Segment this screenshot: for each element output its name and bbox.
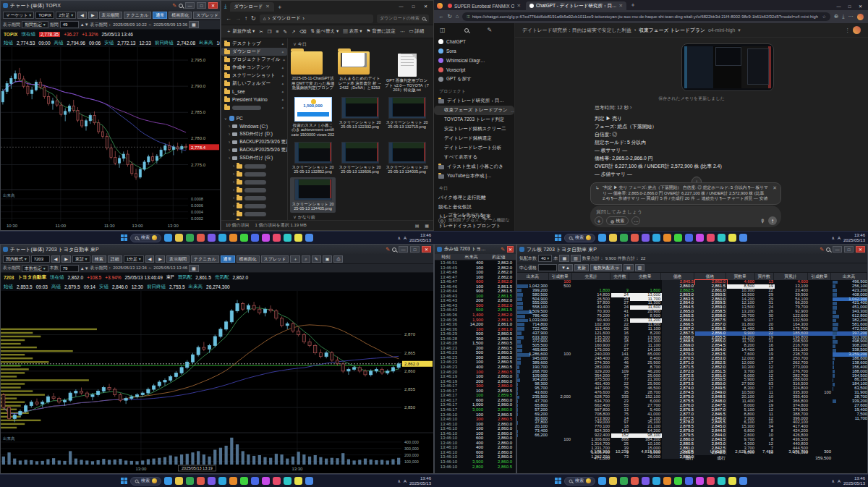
topix-chart[interactable]: 2,795.02,790.02,785.02,780.02,775.010:30… [1, 47, 220, 230]
sidebar-item[interactable]: すべて表示する [434, 153, 514, 162]
ime-indicator[interactable]: A [404, 236, 407, 240]
toolbar-item[interactable]: 通常 [153, 12, 167, 19]
taskbar-app-icon[interactable] [696, 477, 704, 485]
sidebar-item[interactable]: › [221, 186, 287, 194]
taskbar-app-icon[interactable] [186, 234, 194, 242]
toolbar-item[interactable]: ＋ [290, 255, 300, 263]
sidebar-item[interactable]: デイトレード研究所：目… [434, 96, 514, 106]
toolbar-item[interactable]: ▶ [88, 12, 98, 19]
toolbar-item[interactable]: ✎ [312, 255, 321, 263]
taskbar-app-icon[interactable] [251, 234, 259, 242]
toolbar-item[interactable]: ▥ [635, 264, 645, 271]
taskbar-app-icon[interactable] [175, 234, 183, 242]
toolbar-item[interactable]: ▶ [156, 255, 165, 263]
command-item[interactable]: ✎ [283, 29, 286, 35]
sidebar-item[interactable]: › [221, 202, 287, 210]
pen-icon[interactable]: ✎ [820, 247, 824, 253]
taskbar-app-icon[interactable] [696, 234, 704, 242]
sidebar-item[interactable]: 安定トレード銘柄スクリー二 [434, 124, 514, 134]
command-item[interactable]: ⇅ 並べ替え ▾ [311, 28, 339, 35]
more-icon[interactable]: ⋮ [845, 27, 850, 33]
close-icon[interactable]: ✕ [773, 185, 777, 191]
toolbar-item[interactable]: 2分足 [56, 12, 76, 19]
taskbar-app-icon[interactable] [728, 477, 736, 485]
sidebar-item[interactable]: Sora [434, 46, 514, 56]
taskbar-app-icon[interactable] [631, 234, 639, 242]
tab-chatgpt[interactable]: ChatGPT - デイトレード研究所：目…✕ [526, 1, 626, 10]
taskbar-app-icon[interactable] [218, 477, 226, 485]
taskbar-app-icon[interactable] [718, 234, 726, 242]
toolbar-item[interactable]: ▣ [323, 255, 333, 263]
taskbar-search[interactable]: 検索 [564, 477, 595, 486]
sidebar-item[interactable]: Voxscript [434, 65, 514, 75]
maximize-button[interactable]: □ [409, 4, 418, 10]
start-button[interactable] [121, 234, 127, 241]
command-item[interactable]: ▤ 表示 ▾ [343, 28, 362, 35]
search-input[interactable]: ダウンロードの検索 [377, 14, 429, 23]
toolbar-item[interactable]: スプレッド [193, 12, 221, 19]
list-view-icon[interactable]: ▤ [415, 223, 420, 228]
taskbar-clock[interactable]: 13:462025/05/13 [409, 476, 431, 486]
sidebar-item[interactable]: ダウンロード✦ [221, 48, 287, 56]
toolbar-item[interactable]: 期間指定 [22, 21, 48, 28]
maximize-button[interactable]: □ [410, 246, 420, 253]
taskbar-app-icon[interactable] [652, 234, 660, 242]
search-icon[interactable] [464, 28, 469, 33]
chat-input[interactable]: 質問してみましょう ＋ ◍ 検索 ⋯ 🎙︎ ↑ [590, 206, 781, 227]
board-titlebar[interactable]: フル板 7203 トヨタ自動車 東P ✎ — □ ✕ [517, 245, 867, 254]
toolbar-item[interactable]: テクニカル [191, 255, 219, 263]
toolbar-item[interactable]: ⌕ [302, 255, 310, 263]
sidebar-item[interactable]: › [221, 194, 287, 202]
command-item[interactable]: ⌫ [299, 29, 306, 35]
tray-expand-icon[interactable]: ∧ [832, 478, 835, 483]
taskbar-app-icon[interactable] [197, 234, 205, 242]
command-item[interactable]: ✂ [259, 29, 263, 35]
file-item[interactable]: GPT 画像判定用プロンプト v2.0— TOYOTA（7203）特化版.txt [384, 50, 430, 94]
taskbar-app-icon[interactable] [663, 234, 671, 242]
taskbar-app-icon[interactable] [718, 477, 726, 485]
thinking-time[interactable]: 思考時間: 12 秒 › [595, 104, 722, 111]
sidebar-item[interactable]: President Yukino✦ [221, 96, 287, 103]
toolbar-item[interactable]: 詳細 [108, 255, 122, 263]
minimize-button[interactable]: — [185, 2, 195, 9]
command-item[interactable]: ⚑ 背景に設定 [367, 28, 396, 35]
search-icon[interactable] [392, 247, 396, 252]
taskbar-search[interactable]: 検索 [130, 234, 161, 242]
back-icon[interactable]: ← [226, 15, 231, 22]
sidebar-item[interactable]: GPT を探す [434, 75, 514, 84]
toolbar-item[interactable]: 複数気配表示 [590, 264, 622, 271]
search-icon[interactable] [826, 247, 830, 252]
group-header[interactable]: ∨ かなり前 [293, 214, 432, 221]
taskbar-app-icon[interactable] [642, 477, 650, 485]
tab-close-icon[interactable]: ✕ [265, 4, 269, 9]
toolbar-item[interactable]: テクニカル [124, 12, 152, 19]
taskbar-app-icon[interactable] [609, 234, 617, 242]
forward-icon[interactable]: → [235, 15, 241, 22]
toyota-titlebar[interactable]: チャート(単体) 7203 トヨタ自動車 東P ✎ — □ ✕ [1, 245, 433, 254]
refresh-icon[interactable]: ↻ [251, 15, 256, 22]
file-item[interactable]: 2025-05-11-ChatGPT活用 DMTで変 わった株価急騰銘柄判定(プ… [290, 50, 336, 94]
sidebar-item[interactable]: バイク修理と走行距離 [434, 193, 514, 203]
file-item[interactable]: スクリーンショット 2025-05-13 122332.png [337, 96, 383, 139]
sidebar-item[interactable]: ChatGPT [434, 37, 514, 46]
search-icon[interactable] [179, 4, 183, 8]
taskbar-app-icon[interactable] [620, 234, 628, 242]
taskbar-app-icon[interactable] [707, 234, 715, 242]
sidebar-item[interactable]: Whimsical Diagr… [434, 56, 514, 65]
sidebar-item[interactable]: 脱毛と老化仮説 [434, 203, 514, 212]
sidebar-item[interactable]: › [221, 178, 287, 186]
start-button[interactable] [121, 478, 127, 484]
taskbar-search[interactable]: 検索 [564, 234, 595, 242]
upgrade-plan[interactable]: ◎ プランを表示する無制限アクセス、チーム機能など [438, 213, 511, 228]
maximize-button[interactable]: □ [845, 4, 854, 10]
start-button[interactable] [555, 478, 561, 484]
topix-titlebar[interactable]: チャート(単体) TOPIX ✎ — □ ✕ [1, 1, 220, 10]
thumb-view-icon[interactable]: ▦ [425, 223, 429, 228]
file-item[interactable]: おんまるためのデイトレード本 決算書分 析 ～2432（DeNA）と5253（カ… [337, 50, 383, 94]
sidebar-item[interactable]: ›BACKUP2025/5/26 更新 (F:) [221, 146, 287, 154]
breadcrumb-project[interactable]: デイトレード研究所：目的は確実で安定した利益 [522, 27, 631, 34]
sidebar-item[interactable]: プロジェクトファイル✦ [221, 56, 287, 64]
extensions-icon[interactable]: ⊕ [834, 12, 838, 21]
taskbar-app-icon[interactable] [186, 477, 194, 485]
toolbar-item[interactable]: 更新 [574, 264, 589, 271]
